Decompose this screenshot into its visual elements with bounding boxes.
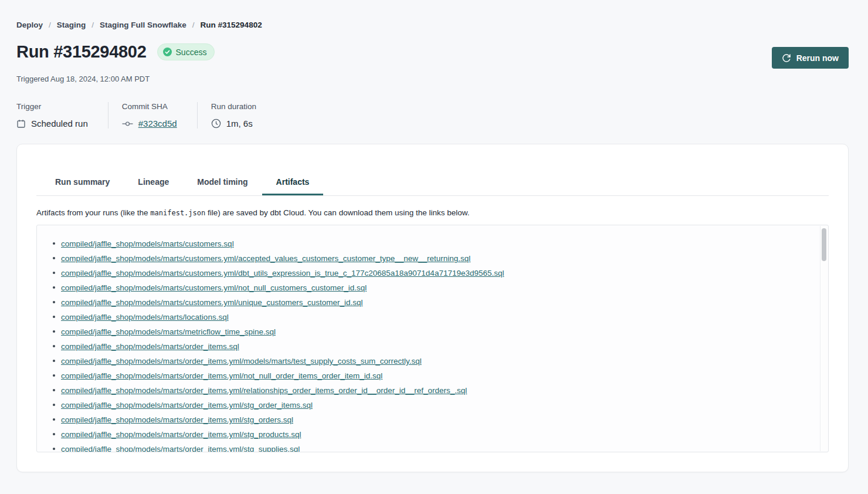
tab-run-summary[interactable]: Run summary	[41, 170, 124, 195]
list-item: compiled/jaffle_shop/models/marts/order_…	[53, 368, 816, 383]
tab-lineage[interactable]: Lineage	[124, 170, 183, 195]
calendar-icon	[16, 119, 26, 128]
check-circle-icon	[163, 48, 172, 56]
list-item: compiled/jaffle_shop/models/marts/order_…	[53, 339, 816, 354]
artifact-file-link[interactable]: compiled/jaffle_shop/models/marts/custom…	[61, 269, 504, 278]
clock-icon	[211, 119, 221, 128]
commit-icon	[122, 120, 133, 127]
page-title: Run #315294802	[16, 42, 147, 62]
breadcrumb-deploy[interactable]: Deploy	[16, 21, 43, 29]
scrollbar-thumb[interactable]	[822, 228, 826, 261]
breadcrumb-staging[interactable]: Staging	[57, 21, 86, 29]
breadcrumb-job[interactable]: Staging Full Snowflake	[100, 21, 187, 29]
list-item: compiled/jaffle_shop/models/marts/custom…	[53, 280, 816, 295]
refresh-icon	[782, 53, 791, 63]
breadcrumb-separator: /	[91, 21, 94, 29]
run-detail-page: Deploy / Staging / Staging Full Snowflak…	[0, 21, 868, 472]
tab-artifacts[interactable]: Artifacts	[262, 170, 324, 195]
tabs: Run summary Lineage Model timing Artifac…	[36, 170, 829, 196]
scrollbar-track[interactable]	[820, 226, 828, 451]
list-item: compiled/jaffle_shop/models/marts/locati…	[53, 310, 816, 324]
tab-model-timing[interactable]: Model timing	[183, 170, 262, 195]
artifact-file-link[interactable]: compiled/jaffle_shop/models/marts/order_…	[61, 415, 293, 424]
artifact-file-link[interactable]: compiled/jaffle_shop/models/marts/order_…	[61, 430, 301, 439]
list-item: compiled/jaffle_shop/models/marts/custom…	[53, 251, 816, 266]
artifact-file-link[interactable]: compiled/jaffle_shop/models/marts/order_…	[61, 371, 382, 380]
list-item: compiled/jaffle_shop/models/marts/custom…	[53, 295, 816, 310]
status-label: Success	[176, 48, 207, 57]
rerun-now-label: Rerun now	[796, 53, 839, 63]
run-duration-value: 1m, 6s	[226, 119, 253, 128]
breadcrumb-separator: /	[192, 21, 195, 29]
artifact-file-link[interactable]: compiled/jaffle_shop/models/marts/order_…	[61, 386, 467, 395]
trigger-value: Scheduled run	[31, 119, 88, 128]
list-item: compiled/jaffle_shop/models/marts/order_…	[53, 354, 816, 368]
list-item: compiled/jaffle_shop/models/marts/order_…	[53, 427, 816, 442]
manifest-json-code: manifest.json	[150, 209, 205, 217]
status-badge: Success	[157, 43, 215, 60]
commit-sha-link[interactable]: #323cd5d	[138, 119, 177, 128]
artifact-file-link[interactable]: compiled/jaffle_shop/models/marts/locati…	[61, 313, 229, 322]
meta-commit: Commit SHA #323cd5d	[108, 102, 198, 128]
breadcrumb-current-run: Run #315294802	[201, 21, 262, 29]
rerun-now-button[interactable]: Rerun now	[772, 47, 849, 69]
list-item: compiled/jaffle_shop/models/marts/metric…	[53, 324, 816, 339]
artifact-file-link[interactable]: compiled/jaffle_shop/models/marts/order_…	[61, 401, 313, 410]
meta-duration: Run duration 1m, 6s	[198, 102, 276, 128]
trigger-label: Trigger	[16, 102, 88, 111]
artifact-file-link[interactable]: compiled/jaffle_shop/models/marts/order_…	[61, 445, 300, 452]
run-detail-card: Run summary Lineage Model timing Artifac…	[16, 144, 849, 472]
artifact-file-link[interactable]: compiled/jaffle_shop/models/marts/custom…	[61, 298, 362, 307]
artifact-file-link[interactable]: compiled/jaffle_shop/models/marts/custom…	[61, 239, 234, 248]
page-header: Run #315294802 Success Rerun now	[16, 42, 849, 69]
run-duration-label: Run duration	[211, 102, 256, 111]
artifact-file-link[interactable]: compiled/jaffle_shop/models/marts/custom…	[61, 283, 367, 292]
run-meta-row: Trigger Scheduled run Commit SHA #323cd5…	[16, 102, 849, 128]
commit-sha-label: Commit SHA	[122, 102, 177, 111]
list-item: compiled/jaffle_shop/models/marts/custom…	[53, 236, 816, 251]
artifact-listbox: compiled/jaffle_shop/models/marts/custom…	[36, 225, 829, 452]
triggered-timestamp: Triggered Aug 18, 2024, 12:00 AM PDT	[16, 75, 849, 83]
artifact-file-link[interactable]: compiled/jaffle_shop/models/marts/metric…	[61, 327, 276, 336]
list-item: compiled/jaffle_shop/models/marts/custom…	[53, 266, 816, 280]
list-item: compiled/jaffle_shop/models/marts/order_…	[53, 442, 816, 452]
artifact-file-link[interactable]: compiled/jaffle_shop/models/marts/custom…	[61, 254, 470, 263]
list-item: compiled/jaffle_shop/models/marts/order_…	[53, 398, 816, 412]
breadcrumb-separator: /	[49, 21, 51, 29]
list-item: compiled/jaffle_shop/models/marts/order_…	[53, 383, 816, 398]
artifact-file-link[interactable]: compiled/jaffle_shop/models/marts/order_…	[61, 342, 239, 351]
artifacts-description: Artifacts from your runs (like the manif…	[36, 208, 829, 217]
list-item: compiled/jaffle_shop/models/marts/order_…	[53, 412, 816, 427]
breadcrumb: Deploy / Staging / Staging Full Snowflak…	[16, 21, 849, 29]
artifact-file-link[interactable]: compiled/jaffle_shop/models/marts/order_…	[61, 357, 422, 366]
meta-trigger: Trigger Scheduled run	[16, 102, 108, 128]
artifact-list: compiled/jaffle_shop/models/marts/custom…	[37, 225, 828, 452]
